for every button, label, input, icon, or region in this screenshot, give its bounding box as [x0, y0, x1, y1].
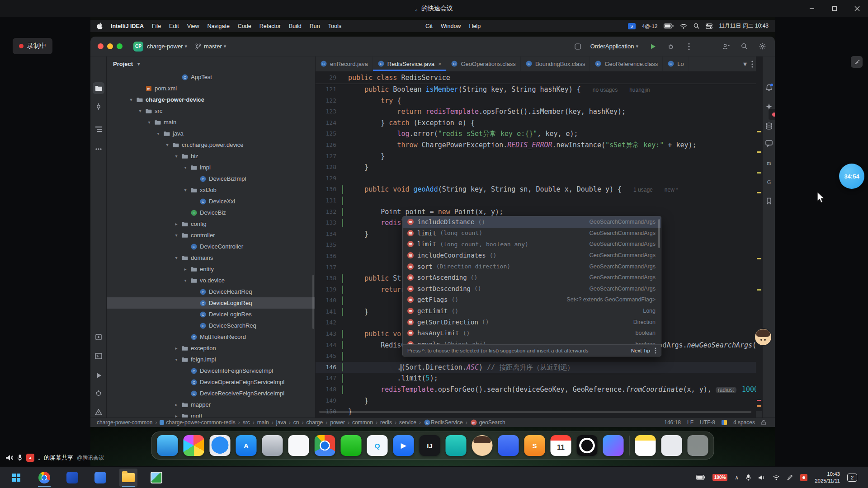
tree-item[interactable]: ▾impl: [107, 162, 315, 173]
control-center-icon[interactable]: [706, 23, 712, 29]
search-everywhere-icon[interactable]: [739, 41, 750, 52]
code-line[interactable]: 123 return redisTemplate.opsForSet().isM…: [316, 106, 756, 117]
close-button[interactable]: [853, 4, 862, 13]
editor-tab[interactable]: CBoundingBox.class: [521, 56, 590, 71]
breadcrumb-item[interactable]: cn: [293, 419, 299, 426]
tree-item[interactable]: ▸mqtt: [107, 410, 315, 418]
dock-grid-app[interactable]: [661, 435, 682, 456]
popup-more-icon[interactable]: [655, 347, 656, 354]
minimize-button[interactable]: [807, 4, 816, 13]
taskbar-chrome[interactable]: [35, 469, 53, 487]
editor-hscrollbar[interactable]: [319, 411, 751, 413]
tool-terminal-icon[interactable]: [93, 350, 104, 362]
taskbar-start[interactable]: [7, 469, 25, 487]
more-actions-icon[interactable]: [684, 41, 694, 52]
breadcrumb-item[interactable]: charge-power-common: [97, 419, 152, 426]
tree-item[interactable]: CDeviceLoginRes: [107, 309, 315, 320]
taskbar-app-blue-1[interactable]: [63, 469, 81, 487]
inspections-widget[interactable]: 3 14 6 ✓ 6 | ∧ ∨: [769, 109, 775, 120]
menu-run[interactable]: Run: [310, 23, 320, 29]
dock-safari[interactable]: [210, 435, 231, 456]
menu-view[interactable]: View: [187, 23, 199, 29]
tray-volume-icon[interactable]: [758, 474, 765, 481]
tree-item[interactable]: ▾feign.impl: [107, 354, 315, 365]
action-center-icon[interactable]: 2: [847, 474, 857, 482]
tree-item[interactable]: CDeviceBizImpl: [107, 173, 315, 184]
lock-icon[interactable]: [761, 420, 766, 425]
editor-vscrollbar[interactable]: [756, 56, 762, 411]
dock-tencent-meeting[interactable]: ▶: [393, 435, 414, 456]
dock-notes[interactable]: [635, 435, 656, 456]
input-method-icon[interactable]: S: [628, 23, 636, 29]
dock-trash[interactable]: [688, 435, 708, 456]
menu-git[interactable]: Git: [425, 23, 433, 29]
breadcrumb-item[interactable]: power: [330, 419, 345, 426]
file-encoding[interactable]: UTF-8: [700, 419, 715, 426]
completion-item[interactable]: mhasAnyLimit()boolean: [403, 328, 661, 339]
editor-tab[interactable]: CRedisService.java×: [373, 56, 447, 71]
code-line[interactable]: 129: [316, 173, 756, 184]
tray-mic-icon[interactable]: [746, 474, 751, 481]
code-line[interactable]: 121 public Boolean isMember(String key, …: [316, 84, 756, 95]
tray-pen-icon[interactable]: [787, 474, 793, 480]
completion-item[interactable]: msort(Direction direction)GeoSearchComma…: [403, 261, 661, 272]
editor-tab[interactable]: CGeoReference.class: [590, 56, 663, 71]
dock-settings[interactable]: [262, 435, 283, 456]
menu-code[interactable]: Code: [238, 23, 251, 29]
participant-avatar[interactable]: [754, 328, 772, 346]
caret-position[interactable]: 146:18: [664, 419, 681, 426]
tool-project-icon[interactable]: [93, 82, 104, 94]
tool-structure-icon[interactable]: [93, 123, 104, 135]
completion-item[interactable]: mlimit(long count, boolean any)GeoSearch…: [403, 239, 661, 250]
dock-app-store[interactable]: A: [236, 435, 257, 456]
wifi-icon[interactable]: [680, 23, 687, 29]
menu-tools[interactable]: Tools: [328, 23, 341, 29]
completion-item[interactable]: mincludeCoordinates()GeoSearchCommandArg…: [403, 250, 661, 261]
menu-edit[interactable]: Edit: [169, 23, 179, 29]
run-configuration-selector[interactable]: OrderApplication ▾: [590, 43, 640, 50]
tool-messages-icon[interactable]: [763, 137, 775, 149]
dock-photos[interactable]: [288, 435, 309, 456]
tool-notifications-icon[interactable]: [763, 82, 775, 94]
tool-problems-icon[interactable]: [93, 406, 104, 418]
editor-tab[interactable]: CGeoOperations.class: [446, 56, 520, 71]
code-line[interactable]: 124 } catch (Exception e) {: [316, 117, 756, 129]
breadcrumb-item[interactable]: java: [276, 419, 286, 426]
ime-indicator[interactable]: 100%: [712, 474, 728, 481]
tree-item[interactable]: ▾java: [107, 128, 315, 139]
code-line[interactable]: 146 .(Sort.Direction.ASC) // 按距离升序（从近到远）: [316, 362, 756, 373]
menubar-clock[interactable]: 11月11日 周二 10:43: [719, 22, 769, 30]
tree-item[interactable]: ▸entity: [107, 263, 315, 275]
completion-item[interactable]: mincludeDistance()GeoSearchCommandArgs: [403, 216, 661, 228]
editor-tab[interactable]: CenRecord.java: [316, 56, 373, 71]
tree-item[interactable]: ▸exception: [107, 343, 315, 354]
breadcrumb-item[interactable]: main: [257, 419, 269, 426]
run-button[interactable]: [647, 41, 658, 52]
breadcrumb-item[interactable]: service: [399, 419, 416, 426]
tree-item[interactable]: CDeviceReceiveFeignServiceImpl: [107, 388, 315, 399]
tray-expand-icon[interactable]: ∧: [735, 474, 739, 481]
tree-item[interactable]: ▾controller: [107, 230, 315, 241]
indent-setting[interactable]: 4 spaces: [733, 419, 755, 426]
tool-services-icon[interactable]: [93, 331, 104, 343]
tree-item[interactable]: ▸mapper: [107, 399, 315, 410]
breadcrumb-item[interactable]: src: [243, 419, 250, 426]
tree-item[interactable]: IDeviceBiz: [107, 207, 315, 218]
breadcrumb-item[interactable]: mgeoSearch: [470, 419, 505, 426]
code-line[interactable]: 127 }: [316, 151, 756, 162]
tool-maven-icon[interactable]: m: [763, 157, 775, 169]
project-scrollbar[interactable]: [312, 275, 314, 329]
dock-chrome[interactable]: [315, 435, 335, 456]
completion-item[interactable]: mlimit(long count)GeoSearchCommandArgs: [403, 228, 661, 239]
dock-app-orange[interactable]: S: [524, 435, 545, 456]
tool-bookmarks-icon[interactable]: [763, 195, 775, 207]
tab-close-icon[interactable]: ×: [438, 61, 442, 67]
code-with-me-icon[interactable]: [721, 41, 731, 52]
completion-item[interactable]: mgetLimit()Long: [403, 305, 661, 317]
tree-item[interactable]: ▾vo.device: [107, 275, 315, 286]
settings-gear-icon[interactable]: [757, 41, 768, 52]
tool-gradle-icon[interactable]: G: [763, 176, 775, 188]
code-line[interactable]: 131: [316, 195, 756, 206]
line-separator[interactable]: LF: [687, 419, 693, 426]
tab-more-icon[interactable]: [751, 61, 753, 68]
